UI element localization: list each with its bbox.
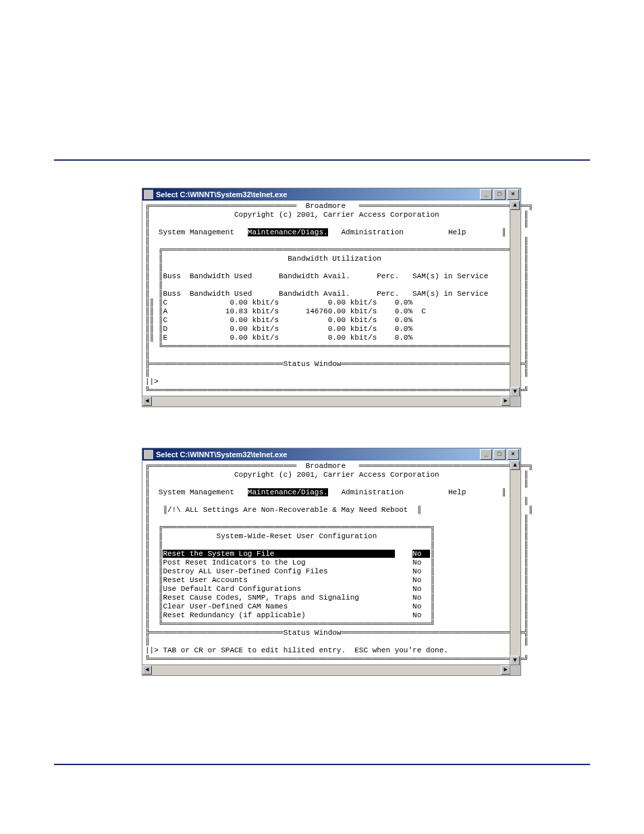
app-icon: [144, 190, 153, 199]
scroll-down-icon[interactable]: ▼: [510, 656, 520, 665]
telnet-window-2: Select C:\WINNT\System32\telnet.exe _ □ …: [142, 448, 521, 676]
horizontal-scrollbar[interactable]: ◄ ►: [142, 664, 510, 675]
scroll-up-icon[interactable]: ▲: [510, 461, 520, 470]
scroll-up-icon[interactable]: ▲: [510, 201, 520, 210]
scroll-down-icon[interactable]: ▼: [510, 387, 520, 396]
size-grip[interactable]: [510, 396, 520, 407]
maximize-button[interactable]: □: [493, 189, 506, 200]
terminal-content[interactable]: ╔═════════════════════════════════ Broad…: [142, 461, 510, 665]
titlebar[interactable]: Select C:\WINNT\System32\telnet.exe _ □ …: [142, 188, 520, 201]
vertical-scrollbar[interactable]: ▲ ▼: [510, 201, 520, 396]
window-title: Select C:\WINNT\System32\telnet.exe: [156, 450, 479, 459]
minimize-button[interactable]: _: [480, 449, 492, 460]
telnet-window-1: Select C:\WINNT\System32\telnet.exe _ □ …: [142, 188, 521, 407]
scroll-right-icon[interactable]: ►: [501, 396, 510, 406]
scroll-left-icon[interactable]: ◄: [142, 665, 152, 675]
vertical-scrollbar[interactable]: ▲ ▼: [510, 461, 520, 665]
minimize-button[interactable]: _: [480, 189, 492, 200]
titlebar[interactable]: Select C:\WINNT\System32\telnet.exe _ □ …: [142, 448, 520, 461]
scroll-left-icon[interactable]: ◄: [142, 396, 152, 406]
app-icon: [144, 450, 153, 459]
terminal-content[interactable]: ╔═════════════════════════════════ Broad…: [142, 201, 510, 396]
window-title: Select C:\WINNT\System32\telnet.exe: [156, 190, 479, 199]
close-button[interactable]: ×: [507, 189, 519, 200]
size-grip[interactable]: [510, 664, 520, 675]
close-button[interactable]: ×: [507, 449, 519, 460]
maximize-button[interactable]: □: [493, 449, 506, 460]
horizontal-scrollbar[interactable]: ◄ ►: [142, 396, 510, 407]
scroll-right-icon[interactable]: ►: [501, 665, 510, 675]
